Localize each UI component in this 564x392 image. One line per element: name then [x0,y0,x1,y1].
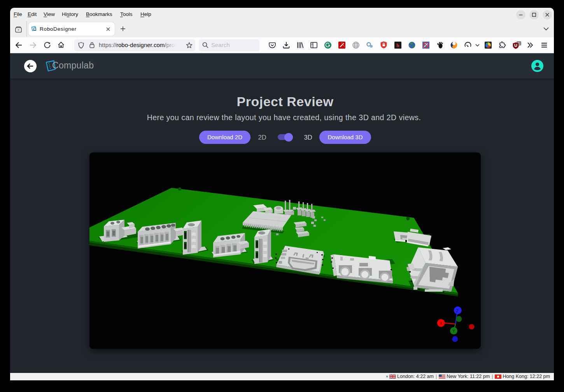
svg-text:Y: Y [452,329,455,333]
svg-text:h: h [396,42,399,48]
svg-text:Z: Z [456,309,459,313]
svg-text:C: C [33,27,36,32]
svg-text:X: X [440,321,442,326]
